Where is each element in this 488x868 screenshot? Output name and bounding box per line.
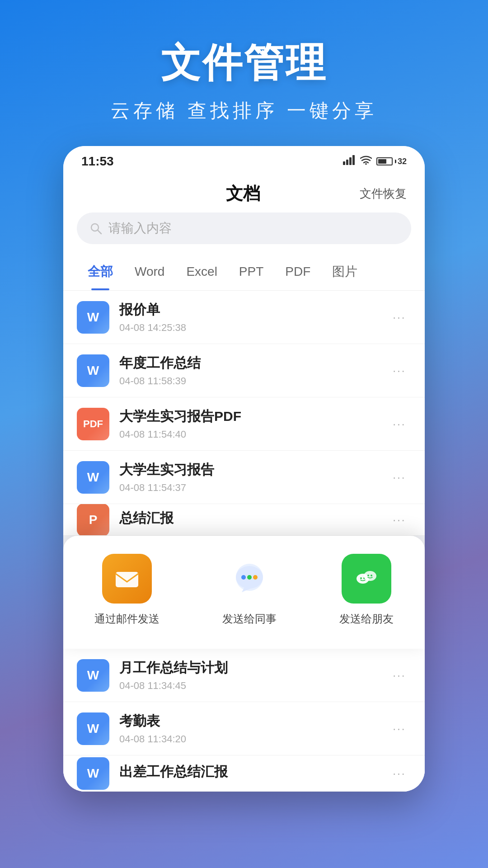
file-name: 报价单 [119,301,387,319]
share-panel: 通过邮件发送 发送给同事 [63,536,425,649]
file-item[interactable]: W 出差工作总结汇报 ··· [63,755,425,792]
file-name: 考勤表 [119,712,387,731]
svg-point-4 [365,163,367,165]
file-info: 月工作总结与计划 04-08 11:34:45 [119,659,387,692]
svg-rect-0 [343,161,345,165]
wifi-icon [360,156,372,167]
file-icon-word: W [77,712,109,745]
file-icon-word: W [77,757,109,790]
status-bar: 11:53 32 [63,146,425,173]
mail-icon [112,564,142,594]
tab-pdf[interactable]: PDF [274,255,321,289]
file-date: 04-08 11:34:20 [119,733,387,745]
file-more-button[interactable]: ··· [387,664,411,687]
svg-point-13 [253,575,258,580]
colleague-icon-wrap [225,554,274,604]
svg-rect-2 [349,157,352,165]
document-title: 文档 [127,182,360,205]
search-bar[interactable]: 请输入内容 [77,212,411,244]
file-date: 04-08 11:58:39 [119,375,387,387]
tab-all[interactable]: 全部 [77,253,124,290]
file-name: 年度工作总结 [119,354,387,373]
wechat-icon [350,562,383,595]
file-icon-ppt: P [77,504,109,536]
share-item-colleague[interactable]: 发送给同事 [222,554,277,626]
svg-point-11 [241,575,246,580]
file-more-button[interactable]: ··· [387,306,411,329]
status-time: 11:53 [81,154,114,169]
file-icon-word: W [77,659,109,692]
tab-excel[interactable]: Excel [175,255,228,289]
file-item[interactable]: PDF 大学生实习报告PDF 04-08 11:54:40 ··· [63,397,425,451]
wechat-icon-wrap [342,554,391,604]
file-icon-word: W [77,354,109,387]
file-info: 出差工作总结汇报 [119,763,387,784]
tab-image[interactable]: 图片 [321,253,368,290]
file-more-button[interactable]: ··· [387,762,411,785]
share-label-friend: 发送给朋友 [339,612,394,626]
file-list-top: W 报价单 04-08 14:25:38 ··· W 年度工作总结 04-08 … [63,291,425,536]
file-date: 04-08 14:25:38 [119,322,387,334]
svg-line-6 [98,230,101,234]
file-icon-pdf: PDF [77,408,109,440]
file-date: 04-08 11:54:40 [119,429,387,440]
file-item[interactable]: W 大学生实习报告 04-08 11:54:37 ··· [63,451,425,504]
svg-point-12 [247,575,252,580]
share-item-mail[interactable]: 通过邮件发送 [94,554,160,626]
file-more-button[interactable]: ··· [387,466,411,489]
file-name: 总结汇报 [119,509,387,528]
mail-icon-wrap [102,554,152,604]
app-topbar: 文档 文件恢复 [63,173,425,212]
share-label-mail: 通过邮件发送 [94,612,160,626]
svg-point-20 [371,575,372,576]
file-info: 报价单 04-08 14:25:38 [119,301,387,334]
app-title: 文件管理 [111,36,377,90]
file-name: 大学生实习报告 [119,461,387,479]
search-input[interactable]: 请输入内容 [108,220,172,237]
file-name: 大学生实习报告PDF [119,407,387,426]
app-subtitle: 云存储 查找排序 一键分享 [111,98,377,123]
colleague-icon [229,558,270,599]
file-info: 考勤表 04-08 11:34:20 [119,712,387,745]
file-info: 总结汇报 [119,509,387,530]
search-area: 请输入内容 [63,212,425,253]
file-info: 大学生实习报告PDF 04-08 11:54:40 [119,407,387,440]
file-info: 大学生实习报告 04-08 11:54:37 [119,461,387,494]
battery-icon: 32 [376,157,407,166]
svg-point-16 [360,577,362,579]
file-icon-word: W [77,301,109,334]
svg-rect-1 [346,160,348,165]
file-more-button[interactable]: ··· [387,508,411,532]
status-icons: 32 [343,155,407,168]
file-date: 04-08 11:34:45 [119,680,387,692]
file-item[interactable]: W 月工作总结与计划 04-08 11:34:45 ··· [63,649,425,702]
file-recovery-button[interactable]: 文件恢复 [360,186,407,202]
file-item[interactable]: W 年度工作总结 04-08 11:58:39 ··· [63,344,425,397]
svg-point-19 [367,575,369,576]
share-item-friend[interactable]: 发送给朋友 [339,554,394,626]
phone-frame: 11:53 32 文档 文件恢复 [63,146,425,792]
svg-rect-8 [116,572,138,587]
file-item[interactable]: W 考勤表 04-08 11:34:20 ··· [63,702,425,755]
signal-icon [343,155,356,168]
file-name: 出差工作总结汇报 [119,763,387,781]
tab-ppt[interactable]: PPT [228,255,274,289]
file-more-button[interactable]: ··· [387,412,411,436]
file-name: 月工作总结与计划 [119,659,387,677]
share-label-colleague: 发送给同事 [222,612,277,626]
filter-tabs: 全部 Word Excel PPT PDF 图片 [63,253,425,291]
file-item[interactable]: P 总结汇报 ··· [63,504,425,536]
file-item[interactable]: W 报价单 04-08 14:25:38 ··· [63,291,425,344]
tab-word[interactable]: Word [124,255,175,289]
file-more-button[interactable]: ··· [387,717,411,741]
header: 文件管理 云存储 查找排序 一键分享 [111,36,377,123]
svg-point-18 [364,571,376,581]
search-icon [89,222,102,235]
file-more-button[interactable]: ··· [387,359,411,382]
file-date: 04-08 11:54:37 [119,482,387,494]
svg-rect-3 [352,155,355,165]
file-info: 年度工作总结 04-08 11:58:39 [119,354,387,387]
file-icon-word: W [77,461,109,494]
file-list-bottom: W 月工作总结与计划 04-08 11:34:45 ··· W 考勤表 04-0… [63,649,425,792]
